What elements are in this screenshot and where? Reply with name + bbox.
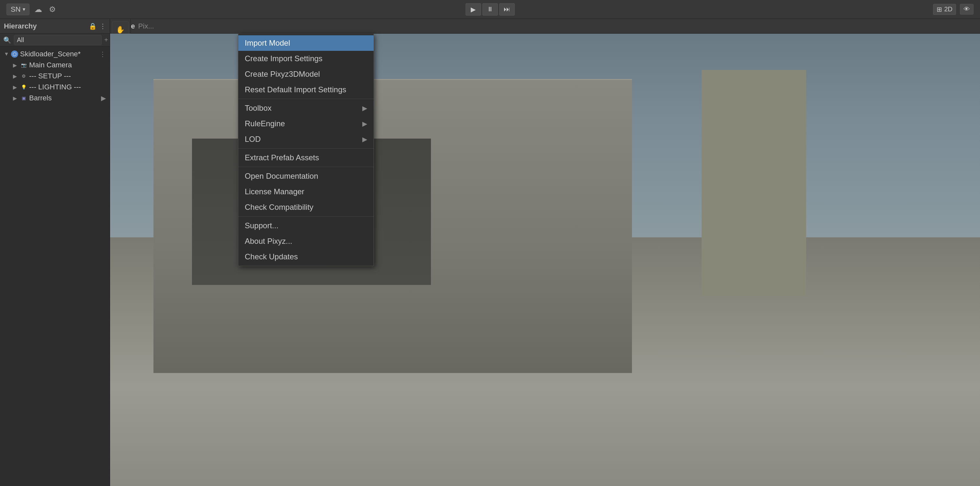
menu-separator-2 [238, 148, 374, 149]
support-label: Support... [245, 221, 278, 230]
menu-item-toolbox[interactable]: Toolbox ▶ [238, 100, 374, 116]
toolbox-arrow-icon: ▶ [362, 104, 367, 112]
menu-separator-3 [238, 167, 374, 167]
top-bar-right: ⊞ 2D 👁 [933, 4, 974, 15]
pause-button[interactable]: ⏸ [482, 3, 498, 16]
hierarchy-title: Hierarchy [4, 22, 37, 30]
hierarchy-list: ▼ ⬡ Skidloader_Scene* ⋮ ▶ 📷 Main Camera … [0, 47, 110, 486]
lighting-arrow-icon: ▶ [13, 84, 18, 90]
sn-label: SN [11, 5, 21, 14]
scene-arrow-icon: ▼ [4, 51, 9, 57]
cloud-icon[interactable]: ☁ [33, 4, 44, 15]
menu-item-extract-prefab[interactable]: Extract Prefab Assets [238, 150, 374, 166]
menu-item-import-model[interactable]: Import Model [238, 35, 374, 51]
main-layout: Hierarchy 🔒 ⋮ 🔍 + ▼ ⬡ Skidloader_Scene* … [0, 19, 980, 486]
scene-more-icon[interactable]: ⋮ [99, 50, 106, 58]
menu-item-open-documentation[interactable]: Open Documentation [238, 168, 374, 184]
reset-default-label: Reset Default Import Settings [245, 85, 346, 94]
menu-item-create-pixyz3dmodel[interactable]: Create Pixyz3DModel [238, 66, 374, 82]
check-compatibility-label: Check Compatibility [245, 203, 313, 212]
sn-chevron-icon: ▾ [23, 6, 25, 12]
top-bar-left: SN ▾ ☁ ⚙ [6, 3, 58, 15]
layers-icon: ⊞ [937, 5, 942, 13]
display-mode-button[interactable]: ⊞ 2D [933, 4, 956, 15]
extract-prefab-label: Extract Prefab Assets [245, 153, 319, 162]
lighting-label: --- LIGHTING --- [29, 83, 81, 91]
ruleengine-label: RuleEngine [245, 119, 285, 128]
open-documentation-label: Open Documentation [245, 172, 318, 181]
menu-separator-1 [238, 99, 374, 99]
lod-arrow-icon: ▶ [362, 135, 367, 143]
lock-icon[interactable]: 🔒 [89, 22, 97, 30]
setup-label: --- SETUP --- [29, 72, 71, 80]
search-icon: 🔍 [3, 36, 11, 44]
setup-arrow-icon: ▶ [13, 73, 18, 79]
menu-item-license-manager[interactable]: License Manager [238, 184, 374, 199]
menu-item-check-updates[interactable]: Check Updates [238, 249, 374, 265]
menu-item-ruleengine[interactable]: RuleEngine ▶ [238, 116, 374, 131]
barrels-label: Barrels [29, 94, 52, 102]
camera-label: Main Camera [29, 61, 72, 69]
menu-item-reset-default[interactable]: Reset Default Import Settings [238, 82, 374, 97]
barrels-icon: ▣ [20, 94, 27, 102]
camera-icon: 📷 [20, 62, 27, 69]
hierarchy-header-icons: 🔒 ⋮ [89, 22, 106, 30]
menu-item-check-compatibility[interactable]: Check Compatibility [238, 199, 374, 215]
ruleengine-arrow-icon: ▶ [362, 120, 367, 127]
toolbox-label: Toolbox [245, 104, 272, 113]
settings-icon[interactable]: ⚙ [47, 4, 58, 15]
hierarchy-panel-header: Hierarchy 🔒 ⋮ [0, 19, 110, 33]
playback-controls: ▶ ⏸ ⏭ [466, 3, 515, 16]
sn-dropdown[interactable]: SN ▾ [6, 3, 29, 15]
menu-item-lod[interactable]: LOD ▶ [238, 131, 374, 147]
lighting-icon: 💡 [20, 83, 27, 91]
barrels-expand-icon[interactable]: ▶ [101, 94, 106, 102]
search-bar: 🔍 + [0, 33, 110, 47]
scene-warehouse [153, 79, 632, 373]
scene-icon: ⬡ [11, 51, 18, 57]
pixyz-tab[interactable]: Pix... [138, 22, 154, 30]
display-mode-label: 2D [944, 5, 953, 13]
search-input[interactable] [14, 35, 102, 45]
step-button[interactable]: ⏭ [499, 3, 515, 16]
menu-separator-4 [238, 216, 374, 217]
about-pixyz-label: About Pixyz... [245, 237, 292, 246]
license-manager-label: License Manager [245, 187, 304, 196]
barrels-arrow-icon: ▶ [13, 95, 18, 101]
create-pixyz3dmodel-label: Create Pixyz3DModel [245, 70, 320, 79]
import-model-label: Import Model [245, 38, 290, 48]
camera-arrow-icon: ▶ [13, 62, 18, 69]
hierarchy-item-barrels[interactable]: ▶ ▣ Barrels ▶ [9, 92, 110, 104]
hierarchy-item-camera[interactable]: ▶ 📷 Main Camera [9, 60, 110, 70]
visibility-button[interactable]: 👁 [960, 4, 974, 14]
add-icon[interactable]: + [104, 36, 108, 44]
menu-item-about-pixyz[interactable]: About Pixyz... [238, 233, 374, 249]
scene-area: Scene Pix... ✋ ✥ ↻ ⊡ ▣ ⊞ Import Model [110, 19, 980, 486]
setup-icon: ⚙ [20, 73, 27, 80]
hierarchy-item-setup[interactable]: ▶ ⚙ --- SETUP --- [9, 70, 110, 81]
context-menu: Import Model Create Import Settings Crea… [238, 33, 374, 266]
hierarchy-item-scene[interactable]: ▼ ⬡ Skidloader_Scene* ⋮ [0, 49, 110, 60]
menu-item-support[interactable]: Support... [238, 218, 374, 233]
check-updates-label: Check Updates [245, 252, 298, 261]
lod-label: LOD [245, 135, 261, 144]
crane-structure [702, 70, 806, 296]
scene-toolbar: Scene Pix... [110, 19, 980, 33]
sidebar: Hierarchy 🔒 ⋮ 🔍 + ▼ ⬡ Skidloader_Scene* … [0, 19, 110, 486]
top-bar: SN ▾ ☁ ⚙ ▶ ⏸ ⏭ ⊞ 2D 👁 [0, 0, 980, 19]
create-import-settings-label: Create Import Settings [245, 54, 323, 63]
play-button[interactable]: ▶ [466, 3, 481, 16]
scene-label: Skidloader_Scene* [20, 50, 81, 58]
menu-item-create-import-settings[interactable]: Create Import Settings [238, 51, 374, 66]
more-icon[interactable]: ⋮ [99, 22, 106, 30]
hierarchy-item-lighting[interactable]: ▶ 💡 --- LIGHTING --- [9, 81, 110, 92]
